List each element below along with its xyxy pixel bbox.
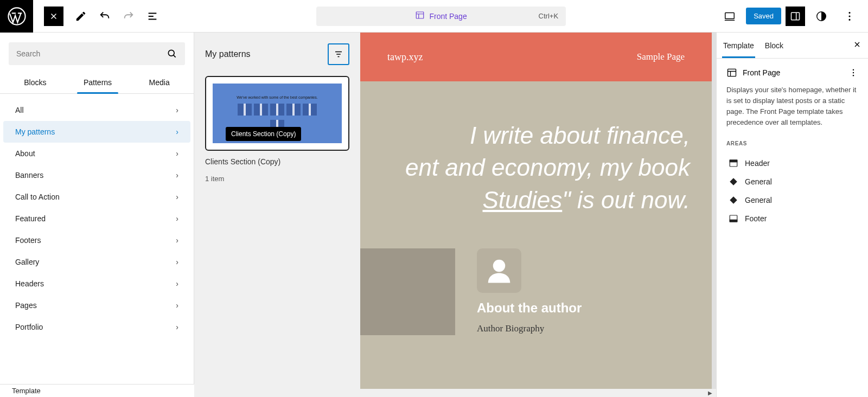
close-inserter-button[interactable] [44, 7, 63, 26]
areas-heading: AREAS [726, 140, 858, 146]
inserter-tabs: Blocks Patterns Media [0, 73, 194, 94]
category-portfolio[interactable]: Portfolio› [3, 316, 190, 338]
nav-sample-page[interactable]: Sample Page [637, 52, 685, 62]
category-featured[interactable]: Featured› [3, 208, 190, 229]
settings-sidebar-toggle[interactable] [786, 7, 805, 26]
area-header[interactable]: Header [726, 154, 858, 172]
view-desktop-icon[interactable] [720, 7, 739, 26]
inserter-search[interactable] [9, 42, 185, 65]
pattern-tooltip: Clients Section (Copy) [226, 127, 301, 141]
author-avatar-placeholder[interactable] [477, 248, 521, 293]
area-general-1[interactable]: General [726, 172, 858, 191]
author-block[interactable]: About the author Author Biography [360, 248, 712, 335]
author-image-placeholder[interactable] [360, 248, 455, 335]
close-sidebar-button[interactable] [853, 40, 861, 51]
template-icon [726, 67, 737, 78]
editor-top-bar: Front Page Ctrl+K Saved [0, 0, 868, 33]
bottom-breadcrumb[interactable]: Template [0, 384, 194, 397]
editor-canvas[interactable]: tawp.xyz Sample Page I write about finan… [360, 33, 716, 397]
wordpress-logo[interactable] [0, 0, 33, 33]
tab-patterns[interactable]: Patterns [81, 73, 114, 93]
template-title: Front Page [743, 68, 780, 77]
svg-rect-2 [725, 12, 735, 18]
search-icon [167, 48, 177, 59]
tab-blocks[interactable]: Blocks [22, 73, 48, 93]
document-overview-icon[interactable] [143, 7, 162, 26]
svg-rect-1 [417, 12, 424, 18]
site-url[interactable]: tawp.xyz [387, 52, 423, 63]
patterns-panel-title: My patterns [205, 49, 251, 59]
author-bio[interactable]: Author Biography [477, 323, 582, 334]
patterns-filter-button[interactable] [328, 43, 349, 65]
area-footer[interactable]: Footer [726, 209, 858, 228]
tab-block[interactable]: Block [765, 34, 783, 57]
hero-text-block[interactable]: I write about finance, ent and economy, … [360, 81, 712, 248]
patterns-item-count: 1 item [205, 175, 349, 183]
svg-point-11 [853, 69, 854, 71]
tab-media[interactable]: Media [147, 73, 172, 93]
tab-template[interactable]: Template [723, 34, 754, 57]
search-input[interactable] [16, 49, 145, 58]
category-cta[interactable]: Call to Action› [3, 186, 190, 208]
keyboard-shortcut: Ctrl+K [539, 12, 558, 20]
category-gallery[interactable]: Gallery› [3, 251, 190, 273]
svg-point-7 [848, 18, 850, 20]
pattern-category-list[interactable]: All› My patterns› About› Banners› Call t… [0, 94, 194, 397]
svg-point-13 [853, 75, 854, 76]
svg-point-6 [848, 15, 850, 17]
site-header-block[interactable]: tawp.xyz Sample Page [360, 33, 712, 81]
svg-point-12 [853, 72, 854, 73]
svg-rect-3 [792, 12, 800, 20]
template-actions-icon[interactable] [848, 68, 858, 78]
save-button[interactable]: Saved [746, 8, 781, 24]
layout-icon [415, 10, 425, 22]
svg-point-5 [848, 12, 850, 14]
author-heading[interactable]: About the author [477, 300, 582, 316]
undo-icon[interactable] [95, 7, 114, 26]
template-description: Displays your site's homepage, whether i… [726, 85, 858, 129]
svg-rect-10 [728, 69, 736, 76]
redo-icon[interactable] [119, 7, 138, 26]
breadcrumb-title: Front Page [429, 12, 467, 21]
svg-point-9 [493, 260, 506, 272]
category-pages[interactable]: Pages› [3, 294, 190, 316]
settings-sidebar: Template Block Front Page Displays your … [716, 33, 868, 397]
category-headers[interactable]: Headers› [3, 273, 190, 294]
category-banners[interactable]: Banners› [3, 164, 190, 186]
svg-rect-15 [730, 160, 737, 162]
patterns-preview-panel: My patterns We've worked with some of th… [194, 33, 360, 397]
filter-icon [334, 49, 343, 59]
category-my-patterns[interactable]: My patterns› [3, 121, 190, 143]
area-general-2[interactable]: General [726, 191, 858, 209]
svg-rect-17 [730, 220, 737, 222]
category-all[interactable]: All› [3, 99, 190, 121]
block-inserter-panel: Blocks Patterns Media All› My patterns› … [0, 33, 194, 397]
svg-point-8 [168, 50, 174, 56]
category-about[interactable]: About› [3, 143, 190, 164]
edit-tool-icon[interactable] [71, 7, 91, 26]
pattern-card-label: Clients Section (Copy) [205, 157, 349, 166]
category-footers[interactable]: Footers› [3, 229, 190, 251]
styles-icon[interactable] [812, 7, 831, 26]
more-options-icon[interactable] [840, 7, 859, 26]
document-breadcrumb[interactable]: Front Page Ctrl+K [316, 7, 566, 26]
